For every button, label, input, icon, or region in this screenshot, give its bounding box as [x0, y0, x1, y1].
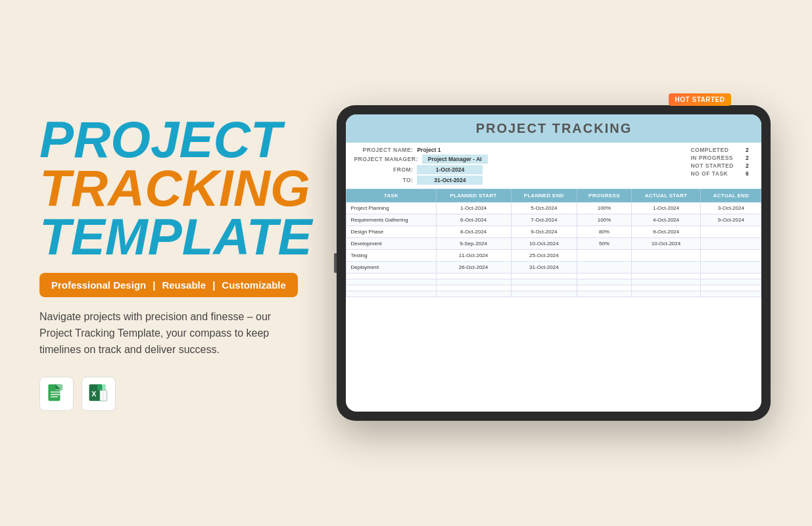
table-row	[346, 279, 761, 285]
meta-noftask-label: NO OF TASK	[690, 170, 736, 177]
cell-4-task: Testing	[346, 250, 436, 262]
svg-rect-4	[51, 394, 60, 395]
cell-5-planned_start: 26-Oct-2024	[436, 262, 511, 274]
col-progress: PROGRESS	[577, 189, 632, 203]
table-row	[346, 285, 761, 291]
title-line3: TEMPLATE	[39, 212, 335, 261]
cell-3-planned_end: 10-Oct-2024	[511, 238, 577, 250]
tablet-screen: PROJECT TRACKING PROJECT NAME: Project 1…	[346, 114, 761, 412]
meta-completed-label: COMPLETED	[690, 147, 736, 153]
icons-row: X	[39, 377, 335, 411]
cell-3-task: Development	[346, 238, 436, 250]
table-header-row: TASK PLANNED START PLANNED END PROGRESS …	[346, 189, 761, 203]
sheet-meta: PROJECT NAME: Project 1 PROJECT MANAGER:…	[346, 143, 761, 189]
svg-rect-3	[51, 391, 60, 393]
col-actual-end: ACTUAL END	[701, 189, 761, 203]
left-panel: PROJECT TRACKING TEMPLATE Professional D…	[39, 115, 335, 411]
svg-rect-5	[51, 396, 58, 397]
cell-6-planned_start	[436, 274, 511, 279]
cell-2-planned_start: 8-Oct-2024	[436, 226, 511, 238]
cell-7-actual_start	[631, 279, 700, 285]
sheet-header: PROJECT TRACKING	[346, 114, 761, 143]
cell-1-task: Requirements Gathering	[346, 214, 436, 226]
col-planned-end: PLANNED END	[511, 189, 577, 203]
cell-0-planned_end: 5-Oct-2024	[511, 203, 577, 214]
meta-to-label: TO:	[354, 177, 413, 183]
sheet-title: PROJECT TRACKING	[352, 121, 755, 136]
cell-9-actual_start	[631, 291, 700, 297]
table-row: Testing11-Oct-202425-Oct-2024	[346, 250, 761, 262]
badge-divider-1: |	[153, 279, 155, 291]
table-row: Deployment26-Oct-202431-Oct-2024	[346, 262, 761, 274]
cell-8-planned_end	[511, 285, 577, 291]
cell-5-progress	[577, 262, 632, 274]
badge-item-3: Customizable	[222, 279, 286, 291]
cell-0-progress: 100%	[577, 203, 632, 214]
meta-project-name-row: PROJECT NAME: Project 1	[354, 147, 553, 153]
cell-3-actual_start: 10-Oct-2024	[631, 238, 700, 250]
title-line2: TRACKING	[39, 164, 335, 212]
svg-rect-8	[97, 384, 106, 390]
col-actual-start: ACTUAL START	[631, 189, 700, 203]
cell-8-planned_start	[436, 285, 511, 291]
meta-notstarted-row: NOT STARTED 2	[554, 162, 753, 169]
cell-9-task	[346, 291, 436, 297]
meta-manager-row: PROJECT MANAGER: Project Manager - AI	[354, 155, 553, 164]
cell-8-actual_start	[631, 285, 700, 291]
cell-6-actual_end	[701, 274, 761, 279]
cell-6-planned_end	[511, 274, 577, 279]
cell-1-progress: 100%	[577, 214, 632, 226]
col-planned-start: PLANNED START	[436, 189, 511, 203]
meta-noftask-value: 6	[740, 170, 753, 177]
cell-9-progress	[577, 291, 632, 297]
title-line1: PROJECT	[39, 115, 335, 164]
badge-bar: Professional Design | Reusable | Customi…	[39, 273, 298, 297]
table-row: Design Phase8-Oct-20249-Oct-202480%9-Oct…	[346, 226, 761, 238]
table-row: Project Planning1-Oct-20245-Oct-2024100%…	[346, 203, 761, 214]
col-task: TASK	[346, 189, 436, 203]
meta-from-row: FROM: 1-Oct-2024	[354, 165, 553, 174]
cell-4-planned_start: 11-Oct-2024	[436, 250, 511, 262]
svg-text:X: X	[91, 389, 97, 397]
meta-left: PROJECT NAME: Project 1 PROJECT MANAGER:…	[354, 147, 553, 185]
cell-4-actual_start	[631, 250, 700, 262]
hot-started-badge: Hot StaRtED	[669, 93, 732, 106]
cell-9-actual_end	[701, 291, 761, 297]
cell-8-progress	[577, 285, 632, 291]
meta-inprogress-label: IN PROGRESS	[690, 155, 736, 161]
cell-8-task	[346, 285, 436, 291]
tablet-frame: Hot StaRtED PROJECT TRACKING PROJECT NAM…	[337, 105, 771, 421]
meta-noftask-row: NO OF TASK 6	[554, 170, 753, 177]
cell-6-progress	[577, 274, 632, 279]
meta-inprogress-value: 2	[740, 155, 753, 161]
cell-9-planned_end	[511, 291, 577, 297]
spreadsheet: PROJECT TRACKING PROJECT NAME: Project 1…	[346, 114, 761, 412]
table-row: Requirements Gathering6-Oct-20247-Oct-20…	[346, 214, 761, 226]
meta-completed-row: COMPLETED 2	[554, 147, 753, 153]
cell-2-progress: 80%	[577, 226, 632, 238]
cell-4-planned_end: 25-Oct-2024	[511, 250, 577, 262]
meta-manager-value: Project Manager - AI	[422, 155, 488, 164]
right-panel: Hot StaRtED PROJECT TRACKING PROJECT NAM…	[335, 105, 773, 421]
badge-item-1: Professional Design	[51, 279, 146, 291]
cell-3-planned_start: 9-Sep-2024	[436, 238, 511, 250]
meta-right: COMPLETED 2 IN PROGRESS 2 NOT STARTED 2	[554, 147, 753, 185]
cell-7-planned_end	[511, 279, 577, 285]
table-row	[346, 291, 761, 297]
cell-7-actual_end	[701, 279, 761, 285]
cell-5-actual_end	[701, 262, 761, 274]
cell-3-progress: 50%	[577, 238, 632, 250]
meta-from-label: FROM:	[354, 166, 413, 173]
cell-6-task	[346, 274, 436, 279]
cell-4-progress	[577, 250, 632, 262]
tablet-side-button	[334, 253, 337, 273]
meta-manager-label: PROJECT MANAGER:	[354, 156, 418, 162]
cell-9-planned_start	[436, 291, 511, 297]
cell-2-actual_start: 9-Oct-2024	[631, 226, 700, 238]
cell-0-planned_start: 1-Oct-2024	[436, 203, 511, 214]
meta-project-name-label: PROJECT NAME:	[354, 147, 413, 153]
cell-1-planned_start: 6-Oct-2024	[436, 214, 511, 226]
cell-3-actual_end	[701, 238, 761, 250]
cell-0-actual_end: 3-Oct-2024	[701, 203, 761, 214]
cell-7-progress	[577, 279, 632, 285]
